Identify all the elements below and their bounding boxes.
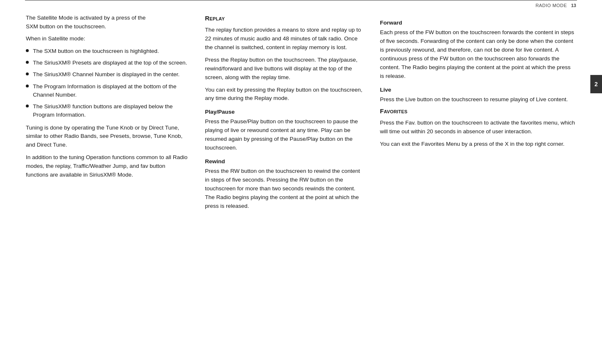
- list-item: The Program Information is displayed at …: [26, 82, 188, 100]
- intro-line2: SXM button on the touchscreen.: [26, 23, 106, 30]
- top-rule: [25, 0, 577, 0]
- page-container: RADIO MODE 13 2 The Satellite Mode is ac…: [0, 0, 602, 364]
- list-item: The SiriusXM® Channel Number is displaye…: [26, 70, 188, 79]
- side-tab: 2: [590, 75, 602, 93]
- replay-p2: Press the Replay button on the touchscre…: [205, 56, 363, 82]
- playpause-heading: Play/Pause: [205, 109, 363, 115]
- header-label: RADIO MODE: [535, 3, 567, 8]
- forward-heading: Forward: [380, 20, 576, 26]
- bullet-text: The SiriusXM® Channel Number is displaye…: [33, 70, 180, 79]
- bullet-dot: [26, 49, 29, 52]
- favorites-p1: Press the Fav. button on the touchscreen…: [380, 119, 576, 136]
- when-satellite-mode: When in Satellite mode:: [26, 35, 188, 43]
- col-left: The Satellite Mode is activated by a pre…: [26, 14, 201, 214]
- list-item: The SXM button on the touchscreen is hig…: [26, 47, 188, 55]
- content-area: The Satellite Mode is activated by a pre…: [0, 10, 602, 223]
- bullet-text: The SiriusXM® function buttons are displ…: [33, 102, 188, 120]
- list-item: The SiriusXM® Presets are displayed at t…: [26, 59, 188, 67]
- replay-p1: The replay function provides a means to …: [205, 26, 363, 52]
- bullet-dot: [26, 61, 29, 64]
- list-item: The SiriusXM® function buttons are displ…: [26, 102, 188, 120]
- forward-p1: Each press of the FW button on the touch…: [380, 28, 576, 81]
- col-right: Forward Each press of the FW button on t…: [376, 14, 576, 214]
- live-heading: Live: [380, 87, 576, 93]
- side-tab-number: 2: [595, 81, 598, 87]
- replay-heading: Replay: [205, 15, 363, 22]
- playpause-p1: Press the Pause/Play button on the touch…: [205, 117, 363, 152]
- replay-p3: You can exit by pressing the Replay butt…: [205, 86, 363, 103]
- bullet-text: The SXM button on the touchscreen is hig…: [33, 47, 159, 55]
- favorites-heading: Favorites: [380, 107, 576, 115]
- bullet-text: The SiriusXM® Presets are displayed at t…: [33, 59, 187, 67]
- bullet-dot: [26, 72, 29, 75]
- bullet-text: The Program Information is displayed at …: [33, 82, 188, 100]
- addition-para: In addition to the tuning Operation func…: [26, 153, 188, 180]
- col-middle: Replay The replay function provides a me…: [201, 14, 376, 214]
- rewind-heading: Rewind: [205, 158, 363, 165]
- intro-text: The Satellite Mode is activated by a pre…: [26, 14, 188, 31]
- live-p1: Press the Live button on the touchscreen…: [380, 95, 576, 104]
- bullet-dot: [26, 105, 29, 107]
- bullet-dot: [26, 85, 29, 87]
- header-page-number: 13: [571, 3, 576, 8]
- rewind-p1: Press the RW button on the touchscreen t…: [205, 167, 363, 211]
- header-area: RADIO MODE 13: [0, 0, 602, 10]
- tuning-para: Tuning is done by operating the Tune Kno…: [26, 124, 188, 150]
- favorites-p2: You can exit the Favorites Menu by a pre…: [380, 140, 576, 149]
- bullet-list: The SXM button on the touchscreen is hig…: [26, 47, 188, 120]
- intro-line1: The Satellite Mode is activated by a pre…: [26, 15, 145, 21]
